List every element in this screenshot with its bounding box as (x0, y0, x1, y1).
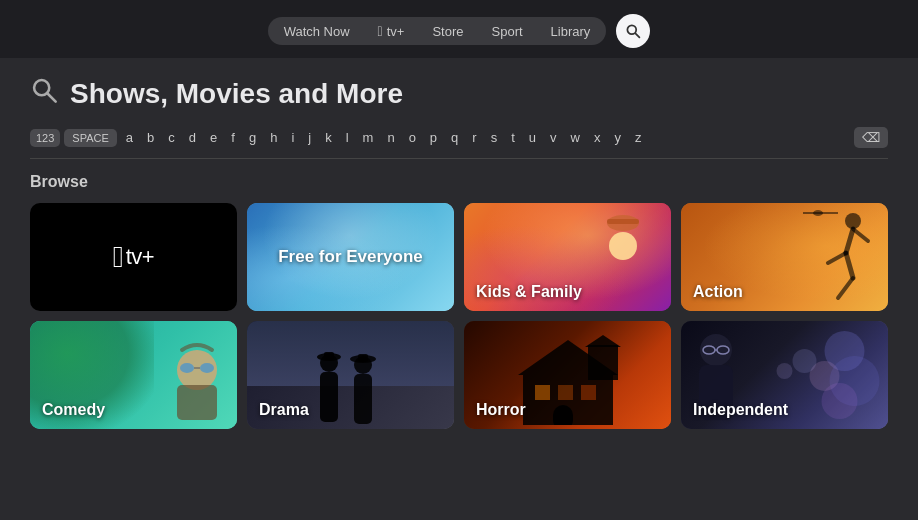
browse-grid:  tv+ Free for Everyone (30, 203, 888, 429)
svg-rect-6 (607, 219, 639, 224)
nav-item-apple-tv-plus[interactable]:  tv+ (364, 17, 419, 45)
svg-line-12 (853, 229, 868, 241)
top-navigation: Watch Now  tv+ Store Sport Library (0, 0, 918, 58)
svg-point-39 (793, 349, 817, 373)
card-horror[interactable]: Horror (464, 321, 671, 429)
nav-search-button[interactable] (616, 14, 650, 48)
key-l[interactable]: l (341, 128, 354, 147)
svg-rect-30 (588, 345, 618, 380)
key-h[interactable]: h (265, 128, 282, 147)
nav-item-watch-now[interactable]: Watch Now (270, 18, 364, 45)
key-p[interactable]: p (425, 128, 442, 147)
svg-rect-32 (535, 385, 550, 400)
browse-label: Browse (30, 173, 888, 191)
key-v[interactable]: v (545, 128, 562, 147)
card-apple-tv-plus[interactable]:  tv+ (30, 203, 237, 311)
search-header: Shows, Movies and More (0, 58, 918, 121)
nav-item-library[interactable]: Library (537, 18, 605, 45)
svg-rect-33 (558, 385, 573, 400)
svg-point-17 (200, 363, 214, 373)
card-comedy-label: Comedy (42, 401, 105, 419)
key-z[interactable]: z (630, 128, 647, 147)
key-i[interactable]: i (286, 128, 299, 147)
key-g[interactable]: g (244, 128, 261, 147)
key-x[interactable]: x (589, 128, 606, 147)
svg-point-4 (609, 232, 637, 260)
key-123[interactable]: 123 (30, 129, 60, 147)
apple-icon:  (113, 240, 124, 274)
key-j[interactable]: j (303, 128, 316, 147)
key-delete[interactable]: ⌫ (854, 127, 888, 148)
card-independent[interactable]: Independent (681, 321, 888, 429)
card-action-label: Action (693, 283, 743, 301)
card-independent-label: Independent (693, 401, 788, 419)
key-b[interactable]: b (142, 128, 159, 147)
key-f[interactable]: f (226, 128, 240, 147)
svg-point-16 (180, 363, 194, 373)
nav-item-sport[interactable]: Sport (478, 18, 537, 45)
svg-rect-21 (320, 372, 338, 422)
card-drama[interactable]: Drama (247, 321, 454, 429)
key-k[interactable]: k (320, 128, 337, 147)
appletv-text: tv+ (126, 244, 154, 270)
apple-logo-icon:  (378, 23, 383, 39)
svg-point-14 (813, 210, 823, 216)
key-q[interactable]: q (446, 128, 463, 147)
nav-item-store[interactable]: Store (418, 18, 477, 45)
search-header-icon (30, 76, 58, 111)
key-t[interactable]: t (506, 128, 520, 147)
svg-rect-27 (358, 354, 368, 362)
svg-line-8 (846, 229, 853, 253)
svg-marker-31 (585, 335, 621, 347)
nav-pill: Watch Now  tv+ Store Sport Library (268, 17, 607, 45)
key-a[interactable]: a (121, 128, 138, 147)
key-o[interactable]: o (404, 128, 421, 147)
svg-line-10 (846, 253, 853, 278)
key-s[interactable]: s (486, 128, 503, 147)
svg-line-1 (636, 33, 640, 37)
svg-line-3 (48, 94, 56, 102)
key-u[interactable]: u (524, 128, 541, 147)
svg-rect-19 (177, 385, 217, 420)
card-horror-label: Horror (476, 401, 526, 419)
key-space[interactable]: SPACE (64, 129, 116, 147)
card-free-label: Free for Everyone (257, 246, 443, 268)
card-action[interactable]: Action (681, 203, 888, 311)
key-n[interactable]: n (382, 128, 399, 147)
key-d[interactable]: d (184, 128, 201, 147)
nav-apple-tv-label: tv+ (387, 24, 405, 39)
key-r[interactable]: r (467, 128, 481, 147)
appletv-logo:  tv+ (113, 240, 154, 274)
key-w[interactable]: w (566, 128, 585, 147)
svg-line-9 (828, 253, 846, 263)
browse-section: Browse  tv+ Free for Everyone (0, 159, 918, 429)
svg-rect-34 (581, 385, 596, 400)
card-kids-and-family[interactable]: Kids & Family (464, 203, 671, 311)
key-c[interactable]: c (163, 128, 180, 147)
key-e[interactable]: e (205, 128, 222, 147)
card-free-for-everyone[interactable]: Free for Everyone (247, 203, 454, 311)
svg-rect-25 (354, 374, 372, 424)
svg-rect-35 (553, 405, 573, 425)
svg-line-11 (838, 278, 853, 298)
card-drama-label: Drama (259, 401, 309, 419)
keyboard-row: 123 SPACE a b c d e f g h i j k l m n o … (0, 121, 918, 158)
key-m[interactable]: m (358, 128, 379, 147)
card-kids-label: Kids & Family (476, 283, 582, 301)
card-comedy[interactable]: Comedy (30, 321, 237, 429)
svg-rect-23 (324, 352, 334, 360)
search-title: Shows, Movies and More (70, 78, 403, 110)
svg-point-40 (822, 383, 858, 419)
svg-point-41 (777, 363, 793, 379)
key-y[interactable]: y (609, 128, 626, 147)
